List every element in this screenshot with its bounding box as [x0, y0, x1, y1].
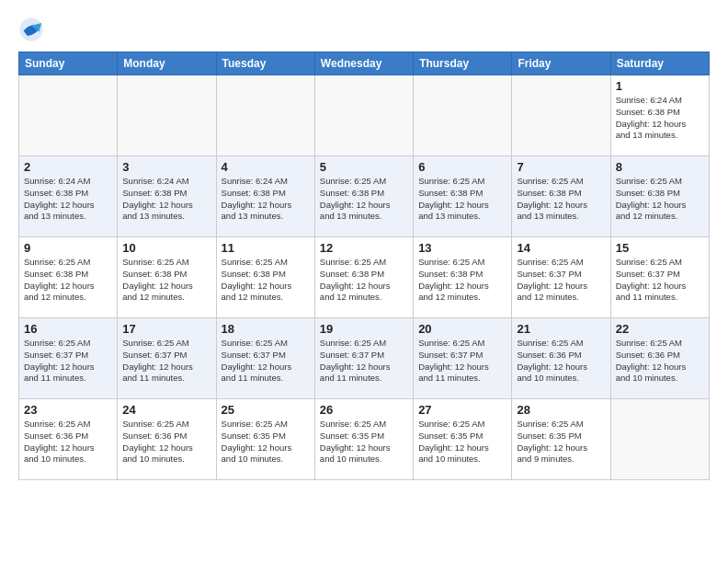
day-number: 4	[222, 160, 310, 174]
day-info: Sunrise: 6:25 AM Sunset: 6:36 PM Dayligh…	[616, 338, 704, 385]
day-info: Sunrise: 6:25 AM Sunset: 6:38 PM Dayligh…	[616, 176, 704, 223]
calendar-cell	[19, 75, 118, 156]
calendar-cell: 18Sunrise: 6:25 AM Sunset: 6:37 PM Dayli…	[216, 318, 314, 399]
day-info: Sunrise: 6:25 AM Sunset: 6:37 PM Dayligh…	[320, 338, 408, 385]
day-info: Sunrise: 6:25 AM Sunset: 6:36 PM Dayligh…	[517, 338, 605, 385]
day-number: 21	[517, 322, 605, 336]
day-info: Sunrise: 6:25 AM Sunset: 6:37 PM Dayligh…	[517, 257, 605, 304]
calendar-cell: 14Sunrise: 6:25 AM Sunset: 6:37 PM Dayli…	[512, 237, 610, 318]
day-number: 5	[320, 160, 408, 174]
weekday-header-monday: Monday	[118, 52, 216, 75]
week-row-4: 16Sunrise: 6:25 AM Sunset: 6:37 PM Dayli…	[19, 318, 710, 399]
day-info: Sunrise: 6:25 AM Sunset: 6:37 PM Dayligh…	[418, 338, 506, 385]
day-info: Sunrise: 6:25 AM Sunset: 6:38 PM Dayligh…	[222, 257, 310, 304]
calendar-cell: 9Sunrise: 6:25 AM Sunset: 6:38 PM Daylig…	[19, 237, 118, 318]
calendar-cell: 11Sunrise: 6:25 AM Sunset: 6:38 PM Dayli…	[216, 237, 314, 318]
day-number: 15	[616, 241, 704, 255]
calendar-cell: 27Sunrise: 6:25 AM Sunset: 6:35 PM Dayli…	[414, 399, 512, 480]
calendar-cell: 28Sunrise: 6:25 AM Sunset: 6:35 PM Dayli…	[512, 399, 610, 480]
day-number: 18	[222, 322, 310, 336]
day-number: 25	[222, 403, 310, 417]
calendar-cell: 23Sunrise: 6:25 AM Sunset: 6:36 PM Dayli…	[19, 399, 118, 480]
day-info: Sunrise: 6:25 AM Sunset: 6:35 PM Dayligh…	[320, 419, 408, 465]
day-info: Sunrise: 6:25 AM Sunset: 6:36 PM Dayligh…	[122, 419, 210, 465]
calendar-cell: 4Sunrise: 6:24 AM Sunset: 6:38 PM Daylig…	[216, 156, 314, 237]
calendar-cell	[216, 75, 314, 156]
day-number: 8	[616, 160, 704, 174]
calendar-cell	[414, 75, 512, 156]
day-info: Sunrise: 6:25 AM Sunset: 6:38 PM Dayligh…	[418, 257, 506, 304]
day-info: Sunrise: 6:24 AM Sunset: 6:38 PM Dayligh…	[122, 176, 210, 223]
day-number: 27	[418, 403, 506, 417]
calendar-cell: 16Sunrise: 6:25 AM Sunset: 6:37 PM Dayli…	[19, 318, 118, 399]
day-info: Sunrise: 6:24 AM Sunset: 6:38 PM Dayligh…	[24, 176, 112, 223]
day-info: Sunrise: 6:25 AM Sunset: 6:35 PM Dayligh…	[222, 419, 310, 465]
day-number: 2	[24, 160, 112, 174]
calendar-cell: 10Sunrise: 6:25 AM Sunset: 6:38 PM Dayli…	[118, 237, 216, 318]
day-number: 9	[24, 241, 112, 255]
day-number: 24	[122, 403, 210, 417]
day-number: 6	[418, 160, 506, 174]
calendar-cell	[610, 399, 709, 480]
weekday-header-wednesday: Wednesday	[314, 52, 413, 75]
calendar-cell: 26Sunrise: 6:25 AM Sunset: 6:35 PM Dayli…	[314, 399, 413, 480]
day-info: Sunrise: 6:25 AM Sunset: 6:37 PM Dayligh…	[122, 338, 210, 385]
day-info: Sunrise: 6:25 AM Sunset: 6:35 PM Dayligh…	[418, 419, 506, 465]
calendar-cell: 25Sunrise: 6:25 AM Sunset: 6:35 PM Dayli…	[216, 399, 314, 480]
weekday-header-friday: Friday	[512, 52, 610, 75]
calendar-cell: 15Sunrise: 6:25 AM Sunset: 6:37 PM Dayli…	[610, 237, 709, 318]
calendar-cell: 2Sunrise: 6:24 AM Sunset: 6:38 PM Daylig…	[19, 156, 118, 237]
day-info: Sunrise: 6:25 AM Sunset: 6:38 PM Dayligh…	[517, 176, 605, 223]
day-number: 20	[418, 322, 506, 336]
weekday-header-row: SundayMondayTuesdayWednesdayThursdayFrid…	[19, 52, 710, 75]
calendar-table: SundayMondayTuesdayWednesdayThursdayFrid…	[18, 52, 710, 480]
day-info: Sunrise: 6:25 AM Sunset: 6:37 PM Dayligh…	[616, 257, 704, 304]
day-info: Sunrise: 6:25 AM Sunset: 6:38 PM Dayligh…	[24, 257, 112, 304]
calendar-cell: 12Sunrise: 6:25 AM Sunset: 6:38 PM Dayli…	[314, 237, 413, 318]
calendar-cell: 7Sunrise: 6:25 AM Sunset: 6:38 PM Daylig…	[512, 156, 610, 237]
day-info: Sunrise: 6:25 AM Sunset: 6:37 PM Dayligh…	[24, 338, 112, 385]
day-info: Sunrise: 6:24 AM Sunset: 6:38 PM Dayligh…	[222, 176, 310, 223]
header	[18, 17, 710, 42]
weekday-header-saturday: Saturday	[610, 52, 709, 75]
day-number: 11	[222, 241, 310, 255]
day-number: 12	[320, 241, 408, 255]
day-number: 3	[122, 160, 210, 174]
day-number: 14	[517, 241, 605, 255]
day-number: 17	[122, 322, 210, 336]
day-number: 22	[616, 322, 704, 336]
logo	[18, 17, 46, 42]
calendar-cell: 24Sunrise: 6:25 AM Sunset: 6:36 PM Dayli…	[118, 399, 216, 480]
weekday-header-sunday: Sunday	[19, 52, 118, 75]
weekday-header-tuesday: Tuesday	[216, 52, 314, 75]
day-info: Sunrise: 6:24 AM Sunset: 6:38 PM Dayligh…	[616, 95, 704, 142]
calendar-cell: 19Sunrise: 6:25 AM Sunset: 6:37 PM Dayli…	[314, 318, 413, 399]
day-number: 7	[517, 160, 605, 174]
day-number: 13	[418, 241, 506, 255]
week-row-5: 23Sunrise: 6:25 AM Sunset: 6:36 PM Dayli…	[19, 399, 710, 480]
logo-icon	[18, 17, 44, 42]
week-row-3: 9Sunrise: 6:25 AM Sunset: 6:38 PM Daylig…	[19, 237, 710, 318]
calendar-cell: 13Sunrise: 6:25 AM Sunset: 6:38 PM Dayli…	[414, 237, 512, 318]
day-number: 19	[320, 322, 408, 336]
calendar-cell	[512, 75, 610, 156]
page: SundayMondayTuesdayWednesdayThursdayFrid…	[0, 0, 728, 497]
calendar-cell: 17Sunrise: 6:25 AM Sunset: 6:37 PM Dayli…	[118, 318, 216, 399]
day-info: Sunrise: 6:25 AM Sunset: 6:37 PM Dayligh…	[222, 338, 310, 385]
day-info: Sunrise: 6:25 AM Sunset: 6:38 PM Dayligh…	[418, 176, 506, 223]
day-number: 28	[517, 403, 605, 417]
day-number: 16	[24, 322, 112, 336]
calendar-cell: 1Sunrise: 6:24 AM Sunset: 6:38 PM Daylig…	[610, 75, 709, 156]
calendar-cell: 22Sunrise: 6:25 AM Sunset: 6:36 PM Dayli…	[610, 318, 709, 399]
day-info: Sunrise: 6:25 AM Sunset: 6:35 PM Dayligh…	[517, 419, 605, 465]
calendar-cell: 21Sunrise: 6:25 AM Sunset: 6:36 PM Dayli…	[512, 318, 610, 399]
calendar-cell: 5Sunrise: 6:25 AM Sunset: 6:38 PM Daylig…	[314, 156, 413, 237]
calendar-cell: 20Sunrise: 6:25 AM Sunset: 6:37 PM Dayli…	[414, 318, 512, 399]
weekday-header-thursday: Thursday	[414, 52, 512, 75]
week-row-2: 2Sunrise: 6:24 AM Sunset: 6:38 PM Daylig…	[19, 156, 710, 237]
week-row-1: 1Sunrise: 6:24 AM Sunset: 6:38 PM Daylig…	[19, 75, 710, 156]
calendar-cell: 8Sunrise: 6:25 AM Sunset: 6:38 PM Daylig…	[610, 156, 709, 237]
calendar-cell: 3Sunrise: 6:24 AM Sunset: 6:38 PM Daylig…	[118, 156, 216, 237]
day-info: Sunrise: 6:25 AM Sunset: 6:38 PM Dayligh…	[122, 257, 210, 304]
day-number: 10	[122, 241, 210, 255]
